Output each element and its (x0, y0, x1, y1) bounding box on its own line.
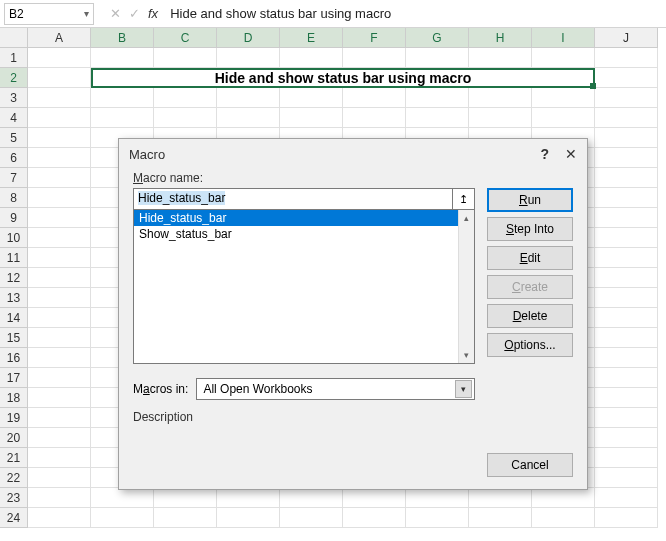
row-header[interactable]: 20 (0, 428, 28, 448)
cell[interactable] (469, 488, 532, 508)
row-header[interactable]: 7 (0, 168, 28, 188)
row-header[interactable]: 23 (0, 488, 28, 508)
cell[interactable] (28, 408, 91, 428)
macro-list-item[interactable]: Show_status_bar (134, 226, 458, 242)
cell[interactable] (532, 88, 595, 108)
cell[interactable] (532, 488, 595, 508)
cell[interactable] (154, 508, 217, 528)
cell[interactable] (595, 328, 658, 348)
row-header[interactable]: 11 (0, 248, 28, 268)
select-all-corner[interactable] (0, 28, 28, 48)
cell[interactable] (406, 508, 469, 528)
cell[interactable] (532, 508, 595, 528)
cell[interactable] (217, 108, 280, 128)
row-header[interactable]: 4 (0, 108, 28, 128)
cell[interactable] (91, 108, 154, 128)
cell[interactable] (595, 348, 658, 368)
cell[interactable] (595, 388, 658, 408)
row-header[interactable]: 16 (0, 348, 28, 368)
cell[interactable] (343, 48, 406, 68)
cell[interactable] (595, 248, 658, 268)
row-header[interactable]: 24 (0, 508, 28, 528)
cell[interactable] (595, 368, 658, 388)
row-header[interactable]: 6 (0, 148, 28, 168)
macro-list[interactable]: Hide_status_barShow_status_bar ▴ ▾ (133, 210, 475, 364)
cell[interactable] (154, 488, 217, 508)
cell[interactable] (595, 228, 658, 248)
cell[interactable] (469, 48, 532, 68)
edit-button[interactable]: Edit (487, 246, 573, 270)
cell[interactable] (28, 48, 91, 68)
row-header[interactable]: 15 (0, 328, 28, 348)
cell[interactable] (595, 268, 658, 288)
cell[interactable] (28, 128, 91, 148)
cell[interactable] (595, 68, 658, 88)
options-button[interactable]: Options... (487, 333, 573, 357)
macro-name-input[interactable]: Hide_status_bar (133, 188, 453, 210)
row-header[interactable]: 3 (0, 88, 28, 108)
cell[interactable] (595, 488, 658, 508)
cell[interactable] (595, 48, 658, 68)
scroll-up-icon[interactable]: ▴ (459, 210, 474, 226)
cell[interactable] (91, 88, 154, 108)
row-header[interactable]: 10 (0, 228, 28, 248)
cell[interactable] (28, 108, 91, 128)
cell[interactable] (91, 48, 154, 68)
cell[interactable] (595, 288, 658, 308)
cell[interactable] (28, 308, 91, 328)
row-header[interactable]: 21 (0, 448, 28, 468)
fx-icon[interactable]: fx (148, 6, 158, 21)
cell[interactable] (595, 88, 658, 108)
row-header[interactable]: 13 (0, 288, 28, 308)
column-header[interactable]: E (280, 28, 343, 48)
collapse-dialog-button[interactable]: ↥ (453, 188, 475, 210)
row-header[interactable]: 2 (0, 68, 28, 88)
cell[interactable] (595, 188, 658, 208)
cell[interactable] (532, 108, 595, 128)
cell[interactable] (595, 108, 658, 128)
cell[interactable] (28, 448, 91, 468)
cell[interactable] (28, 328, 91, 348)
cell[interactable] (28, 188, 91, 208)
cell[interactable] (595, 128, 658, 148)
row-header[interactable]: 18 (0, 388, 28, 408)
cell[interactable] (154, 88, 217, 108)
step-into-button[interactable]: Step Into (487, 217, 573, 241)
column-header[interactable]: C (154, 28, 217, 48)
cell[interactable] (595, 148, 658, 168)
cell[interactable] (217, 488, 280, 508)
row-header[interactable]: 12 (0, 268, 28, 288)
column-header[interactable]: A (28, 28, 91, 48)
cell[interactable] (28, 168, 91, 188)
column-header[interactable]: F (343, 28, 406, 48)
macros-in-combo[interactable]: All Open Workbooks ▾ (196, 378, 475, 400)
cell[interactable] (280, 108, 343, 128)
row-header[interactable]: 14 (0, 308, 28, 328)
column-header[interactable]: G (406, 28, 469, 48)
cell[interactable] (91, 488, 154, 508)
cell[interactable] (595, 448, 658, 468)
cell[interactable] (406, 88, 469, 108)
cell[interactable] (28, 248, 91, 268)
cell[interactable] (28, 268, 91, 288)
cancel-button[interactable]: Cancel (487, 453, 573, 477)
column-header[interactable]: B (91, 28, 154, 48)
cell[interactable] (28, 288, 91, 308)
row-header[interactable]: 8 (0, 188, 28, 208)
cell[interactable] (28, 508, 91, 528)
enter-icon[interactable]: ✓ (129, 6, 140, 21)
column-header[interactable]: D (217, 28, 280, 48)
scrollbar[interactable]: ▴ ▾ (458, 210, 474, 363)
column-header[interactable]: I (532, 28, 595, 48)
cell[interactable] (343, 88, 406, 108)
cell[interactable] (343, 488, 406, 508)
column-header[interactable]: J (595, 28, 658, 48)
cell[interactable] (469, 88, 532, 108)
cell[interactable] (217, 48, 280, 68)
cell[interactable] (280, 48, 343, 68)
close-button[interactable]: ✕ (565, 146, 577, 162)
cell[interactable] (595, 208, 658, 228)
cell[interactable] (595, 428, 658, 448)
delete-button[interactable]: Delete (487, 304, 573, 328)
cell[interactable] (469, 508, 532, 528)
